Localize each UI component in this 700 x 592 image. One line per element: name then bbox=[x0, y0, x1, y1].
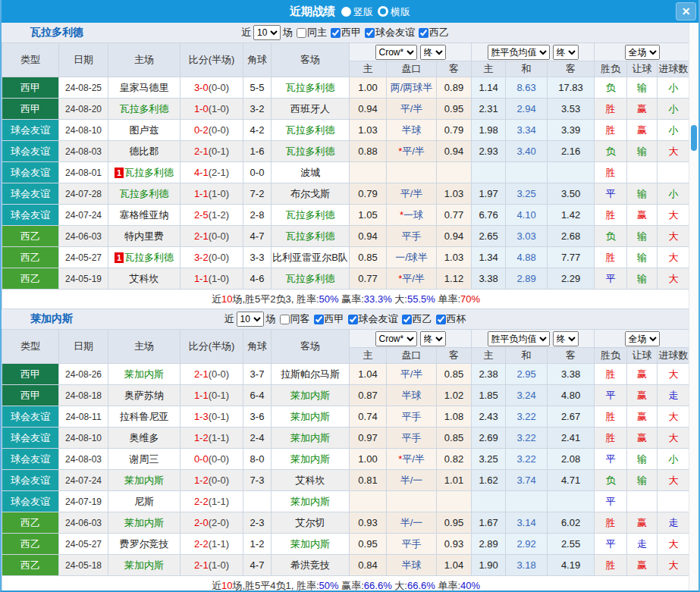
match-date: 24-08-03 bbox=[59, 141, 108, 162]
league-checkbox[interactable] bbox=[419, 28, 428, 38]
away-team-name: 西班牙人 bbox=[290, 103, 330, 114]
halftime-score: (1-0) bbox=[209, 273, 229, 284]
odds-home: 0.84 bbox=[350, 555, 387, 576]
odds-home: 0.88 bbox=[350, 141, 387, 162]
league-checkbox[interactable] bbox=[402, 315, 412, 324]
odds-home: 0.81 bbox=[350, 470, 387, 491]
scrollbar-thumb[interactable] bbox=[691, 125, 697, 151]
home-team-name: 瓦拉多利德 bbox=[124, 167, 174, 178]
league-checkbox[interactable] bbox=[348, 315, 358, 324]
handicap-value: 一球 bbox=[403, 209, 423, 221]
corners: 8-0 bbox=[243, 449, 272, 470]
column-header: 客场 bbox=[272, 43, 350, 77]
home-team-name: 尼斯 bbox=[134, 496, 154, 507]
scope-select[interactable]: 全场 bbox=[625, 45, 660, 60]
home-team: 谢周三 bbox=[108, 449, 180, 470]
same-venue-checkbox[interactable] bbox=[297, 28, 306, 38]
league-badge: 西乙 bbox=[2, 226, 59, 247]
avg-state-select[interactable]: 终 bbox=[553, 331, 579, 346]
avg-home: 2.43 bbox=[472, 406, 506, 428]
dialog-content: 瓦拉多利德近10场同主西甲球会友谊西乙类型日期主场比分(半场)角球客场Crow*… bbox=[2, 23, 698, 590]
match-date: 24-07-24 bbox=[59, 205, 108, 226]
recent-count-select[interactable]: 10 bbox=[253, 25, 281, 40]
handicap: 平/半 bbox=[387, 99, 437, 120]
match-date: 24-08-25 bbox=[59, 77, 108, 99]
result-handicap: 赢 bbox=[627, 364, 658, 385]
summary-segment: 单率: bbox=[435, 580, 460, 591]
table-filter-row: 瓦拉多利德近10场同主西甲球会友谊西乙 bbox=[2, 23, 689, 42]
corners: 6-4 bbox=[243, 385, 272, 406]
result-handicap bbox=[627, 162, 658, 183]
odds-home: 0.74 bbox=[350, 406, 387, 428]
red-card-count: 1 bbox=[115, 168, 124, 178]
odds-away: 1.02 bbox=[437, 385, 472, 406]
layout-radio-vertical[interactable] bbox=[341, 7, 351, 17]
avg-home: 2.89 bbox=[472, 534, 506, 555]
result-outcome: 平 bbox=[595, 491, 627, 512]
avg-type-select[interactable]: 胜平负均值 bbox=[488, 45, 550, 60]
fulltime-score: 3-2 bbox=[194, 252, 209, 263]
away-team: 瓦拉多利德 bbox=[272, 205, 350, 226]
fulltime-score: 1-1 bbox=[194, 188, 209, 199]
dialog-title: 近期战绩 bbox=[290, 5, 335, 19]
match-date: 24-06-03 bbox=[59, 512, 108, 534]
home-team: 特内里费 bbox=[108, 226, 180, 247]
avg-away: 2.16 bbox=[548, 141, 595, 162]
league-checkbox[interactable] bbox=[331, 28, 341, 38]
league-badge: 球会友谊 bbox=[2, 120, 59, 141]
recent-label: 近 bbox=[241, 26, 251, 39]
home-team: 莱加内斯 bbox=[108, 364, 180, 385]
league-checkbox[interactable] bbox=[436, 315, 446, 324]
sub-column-header: 客 bbox=[548, 61, 595, 77]
home-team: 德比郡 bbox=[108, 141, 180, 162]
scope-group: 全场 bbox=[595, 330, 689, 348]
league-checkbox[interactable] bbox=[365, 28, 375, 38]
halftime-score: (0-1) bbox=[209, 411, 229, 422]
odds-home: 0.93 bbox=[350, 512, 387, 534]
away-team-name: 艾尔切 bbox=[296, 517, 325, 528]
odds-state-select[interactable]: 终 bbox=[420, 45, 446, 60]
home-team: 莱加内斯 bbox=[108, 555, 180, 576]
recent-count-select[interactable]: 10 bbox=[237, 312, 264, 327]
sub-column-header: 胜负 bbox=[595, 348, 627, 364]
avg-state-select[interactable]: 终 bbox=[553, 45, 579, 60]
handicap: 半球 bbox=[387, 120, 437, 141]
odds-away: 0.85 bbox=[437, 428, 472, 449]
result-goals: 小 bbox=[658, 77, 689, 99]
result-goals: 大 bbox=[658, 205, 689, 226]
handicap: 平手 bbox=[387, 428, 437, 449]
handicap: *平/半 bbox=[387, 449, 437, 470]
avg-away: 7.77 bbox=[548, 247, 595, 268]
league-checkbox-label: 西乙 bbox=[429, 26, 449, 39]
home-team-name: 德比郡 bbox=[130, 146, 159, 157]
away-team-name: 莱加内斯 bbox=[290, 411, 330, 422]
avg-type-select[interactable]: 胜平负均值 bbox=[488, 331, 550, 346]
league-badge: 西乙 bbox=[2, 247, 59, 268]
odds-source-select[interactable]: Crow* bbox=[375, 45, 417, 60]
layout-radio-label: 竖版 bbox=[353, 5, 373, 17]
match-row: 西甲24-08-26莱加内斯2-1(0-0)3-7拉斯帕尔马斯1.04平/半0.… bbox=[2, 364, 689, 385]
avg-away: 3.50 bbox=[548, 183, 595, 205]
match-row: 球会友谊24-08-03谢周三0-0(0-0)8-0莱加内斯1.00*平/半0.… bbox=[2, 449, 689, 470]
corners bbox=[243, 491, 272, 512]
summary-segment: 近 bbox=[212, 293, 221, 305]
away-team-name: 比利亚雷亚尔B队 bbox=[272, 252, 348, 263]
layout-radio-horizontal[interactable] bbox=[378, 6, 388, 17]
avg-draw: 3.34 bbox=[506, 120, 548, 141]
summary-segment: 单率: bbox=[435, 293, 460, 305]
handicap: 半/一 bbox=[387, 512, 437, 534]
same-venue-checkbox[interactable] bbox=[280, 315, 290, 324]
league-checkbox[interactable] bbox=[314, 315, 324, 324]
avg-away: 3.53 bbox=[548, 99, 595, 120]
scrollbar-track[interactable] bbox=[689, 23, 698, 590]
close-button[interactable]: ✕ bbox=[676, 2, 696, 20]
corners: 3-2 bbox=[243, 99, 272, 120]
odds-source-select[interactable]: Crow* bbox=[375, 331, 417, 346]
halftime-score: (1-2) bbox=[209, 209, 229, 221]
same-venue-label: 同主 bbox=[307, 26, 327, 39]
halftime-score: (0-1) bbox=[209, 146, 229, 157]
score: 1-1(1-0) bbox=[180, 183, 243, 205]
match-row: 球会友谊24-08-11拉科鲁尼亚1-3(0-1)3-6莱加内斯0.74平手1.… bbox=[2, 406, 689, 428]
odds-state-select[interactable]: 终 bbox=[420, 331, 446, 346]
scope-select[interactable]: 全场 bbox=[625, 331, 660, 346]
